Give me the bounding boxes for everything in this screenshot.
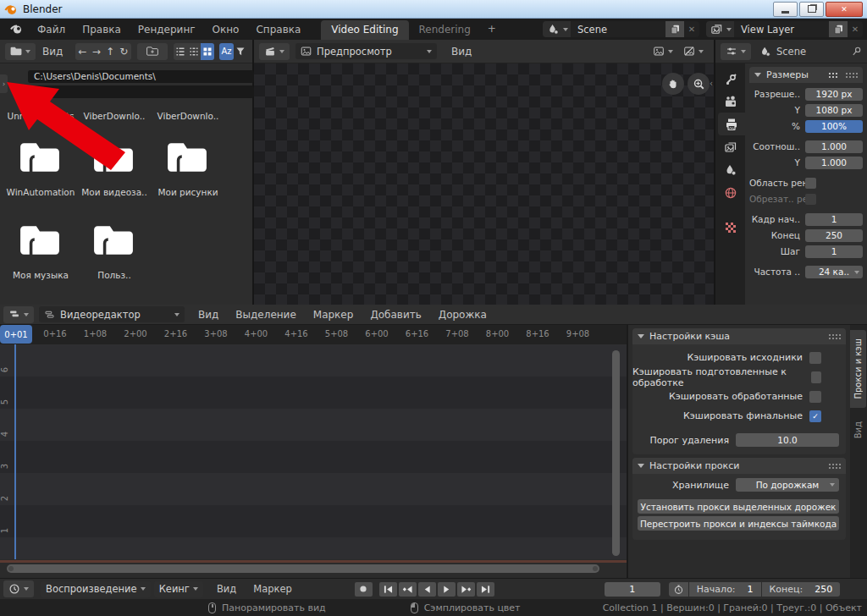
timeline-ruler[interactable]: 0+01 0+161+082+002+163+084+004+165+086+0…	[0, 325, 627, 345]
add-workspace-button[interactable]: +	[481, 19, 503, 39]
dimensions-panel-header[interactable]: Размеры	[749, 67, 863, 83]
folder-item[interactable]: Польз..	[77, 223, 152, 280]
timeline-area[interactable]: 0+01 0+161+082+002+163+084+004+165+086+0…	[0, 325, 627, 578]
up-icon[interactable]: ↑	[103, 43, 117, 60]
folder-item[interactable]: ViberDownlo..	[151, 111, 225, 121]
sort-alpha-button[interactable]: Az	[219, 43, 233, 60]
filename-input[interactable]	[28, 85, 254, 98]
checkbox[interactable]: ✓	[809, 410, 821, 422]
folder-item[interactable]: Моя музыка	[3, 223, 78, 280]
workspace-tab[interactable]: Video Editing	[321, 20, 408, 40]
editor-type-button[interactable]	[3, 306, 34, 323]
folder-item[interactable]: WinAutomation	[3, 140, 78, 197]
pin-icon[interactable]	[851, 46, 862, 57]
workspace-tab[interactable]: Rendering	[409, 20, 481, 40]
refresh-icon[interactable]: ↻	[117, 43, 130, 60]
topbar-menu[interactable]: Рендеринг	[130, 22, 204, 37]
editor-type-button[interactable]	[721, 43, 751, 60]
maximize-button[interactable]	[799, 2, 824, 17]
folder-item[interactable]: Мои видеоза..	[77, 140, 152, 197]
sidebar-toggle-icon[interactable]: ›	[0, 74, 8, 93]
checkbox[interactable]	[805, 194, 816, 205]
storage-dropdown[interactable]: По дорожкам	[736, 478, 839, 492]
tab-output[interactable]	[718, 113, 745, 135]
presets-icon[interactable]	[828, 72, 838, 78]
tab-render[interactable]	[715, 90, 745, 113]
tab-scene[interactable]	[715, 158, 745, 181]
drag-handle-icon[interactable]	[845, 72, 858, 78]
tab-world[interactable]	[715, 181, 745, 204]
value-field[interactable]: 100%	[805, 120, 863, 133]
blender-menu-icon[interactable]	[4, 23, 29, 36]
filter-icon[interactable]	[234, 43, 247, 60]
editor-type-button[interactable]	[3, 580, 34, 597]
display-channels-button[interactable]	[648, 43, 678, 60]
topbar-menu[interactable]: Правка	[74, 22, 130, 37]
thumbnails-icon[interactable]	[201, 43, 214, 60]
pan-view-button[interactable]	[662, 73, 684, 95]
sequencer-mode-dropdown[interactable]: Видеоредактор	[39, 306, 185, 322]
play-reverse-button[interactable]	[418, 582, 436, 597]
region-toggle-icon[interactable]: ‹	[710, 79, 713, 88]
sequencer-menu[interactable]: Выделение	[227, 307, 304, 322]
folder-item[interactable]: ViberDownlo..	[77, 111, 152, 121]
drag-handle-icon[interactable]	[828, 333, 841, 339]
file-browser-view-menu[interactable]: Вид	[36, 44, 69, 59]
use-preview-range-button[interactable]	[669, 582, 688, 597]
editor-type-button[interactable]	[5, 43, 36, 60]
jump-to-start-button[interactable]	[379, 582, 397, 597]
threshold-field[interactable]: 10.0	[736, 433, 839, 447]
view-layer-name[interactable]: View Layer	[734, 24, 829, 36]
sidebar-tab[interactable]: Прокси и кэш	[850, 330, 866, 408]
sequencer-menu[interactable]: Вид	[190, 307, 227, 322]
sidebar-tab[interactable]: Вид	[850, 413, 866, 447]
topbar-menu[interactable]: Окно	[204, 22, 248, 37]
topbar-menu[interactable]: Справка	[247, 22, 309, 37]
view-layer-browse-button[interactable]	[706, 21, 734, 37]
proxy-panel-header[interactable]: Настройки прокси	[632, 458, 846, 474]
keying-dropdown[interactable]: Кеинг	[154, 581, 203, 597]
scene-name[interactable]: Scene	[571, 24, 665, 36]
zoom-view-button[interactable]	[688, 73, 710, 95]
tab-view-layer[interactable]	[715, 135, 745, 158]
proxy-action-button[interactable]: Перестроить прокси и индексы таймкода	[638, 516, 839, 531]
close-button[interactable]: ✕	[826, 2, 863, 17]
topbar-menu[interactable]: Файл	[29, 22, 74, 37]
value-field[interactable]: 1080 px	[805, 104, 863, 117]
scene-unlink-button[interactable]: ✕	[684, 25, 699, 34]
value-field[interactable]: 1920 px	[805, 88, 863, 101]
value-field[interactable]: 1.000	[805, 140, 863, 153]
folder-item[interactable]: Unreal Projects	[3, 111, 78, 121]
list-vertical-icon[interactable]	[174, 43, 187, 60]
value-field[interactable]: 250	[805, 229, 863, 242]
scene-browse-button[interactable]	[543, 21, 571, 37]
playback-dropdown[interactable]: Воспроизведение	[41, 581, 151, 597]
scene-new-button[interactable]	[665, 21, 684, 37]
vertical-scrollbar[interactable]	[612, 350, 620, 556]
drag-handle-icon[interactable]	[828, 463, 841, 469]
tab-tool[interactable]	[715, 67, 745, 90]
preview-view-menu[interactable]: Вид	[444, 44, 479, 59]
value-field[interactable]: 1	[805, 213, 863, 226]
view-layer-new-button[interactable]	[829, 21, 848, 37]
checkbox[interactable]	[809, 391, 821, 403]
record-button[interactable]	[355, 582, 373, 597]
checkbox[interactable]	[809, 352, 821, 364]
current-frame-field[interactable]: 1	[605, 582, 660, 597]
sequencer-menu[interactable]: Маркер	[305, 307, 362, 322]
path-input[interactable]	[28, 70, 254, 83]
horizontal-scrollbar[interactable]	[7, 564, 599, 573]
create-folder-button[interactable]	[137, 43, 168, 60]
playhead[interactable]	[14, 344, 16, 559]
cache-panel-header[interactable]: Настройки кэша	[632, 328, 846, 344]
preview-mode-dropdown[interactable]: Предпросмотр	[295, 43, 437, 59]
dropdown-field[interactable]: 24 ка..	[805, 266, 863, 278]
timeline-view-menu[interactable]: Вид	[208, 581, 245, 597]
proxy-action-button[interactable]: Установить прокси выделенных дорожек	[638, 499, 839, 514]
value-field[interactable]: 1	[805, 245, 863, 258]
next-keyframe-button[interactable]	[457, 582, 475, 597]
current-frame-indicator[interactable]: 0+01	[0, 325, 32, 344]
timeline-marker-menu[interactable]: Маркер	[245, 581, 301, 597]
overlay-toggle-button[interactable]	[678, 43, 709, 60]
end-frame-field[interactable]: Конец: 250	[762, 582, 841, 597]
